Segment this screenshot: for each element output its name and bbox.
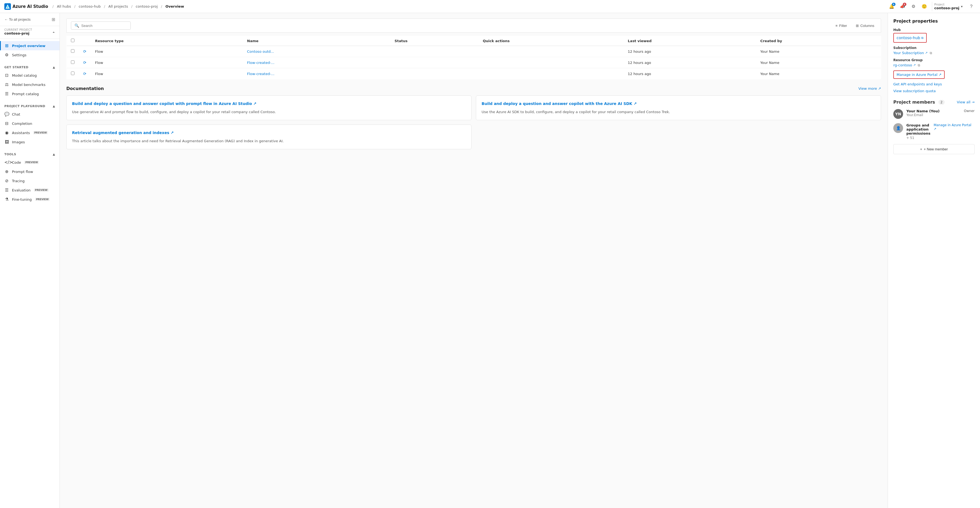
help-button[interactable]: ? xyxy=(967,2,976,11)
sidebar-item-assistants[interactable]: ◉ Assistants PREVIEW xyxy=(0,128,59,137)
doc-section-header: Documentation View more ↗ xyxy=(66,86,881,91)
breadcrumb-all-projects[interactable]: All projects xyxy=(108,4,128,8)
flow-link-icon-3: ⟳ xyxy=(83,72,86,76)
doc-card-1[interactable]: Build and deploy a question and answer c… xyxy=(66,96,471,120)
feedback-button[interactable]: 🙂 xyxy=(920,2,929,11)
row-1-checkbox[interactable] xyxy=(67,46,79,57)
view-more-link[interactable]: View more ↗ xyxy=(858,86,881,91)
doc-card-2[interactable]: Build and deploy a question and answer c… xyxy=(476,96,881,120)
documentation-section: Documentation View more ↗ Build and depl… xyxy=(66,86,881,149)
main-layout: ← To all projects ⊞ Current project cont… xyxy=(0,13,980,508)
flow-link-icon-2: ⟳ xyxy=(83,61,86,65)
back-arrow-icon: ← xyxy=(4,18,8,21)
member-2-manage-link[interactable]: Manage in Azure Portal ↗ xyxy=(934,123,975,131)
hub-link[interactable]: contoso-hub ⧉ xyxy=(897,36,923,40)
member-2-avatar: 👤 xyxy=(893,123,903,133)
row-2-checkbox[interactable] xyxy=(67,57,79,68)
member-2-info: Groups and application permissions + 51 xyxy=(906,123,930,140)
section-header-playground[interactable]: Project playground ▲ xyxy=(0,103,59,110)
member-1-role: Owner xyxy=(964,109,975,113)
hub-copy-icon[interactable]: ⧉ xyxy=(921,36,923,40)
row-3-last-viewed: 12 hours ago xyxy=(624,68,756,80)
resource-group-copy-icon[interactable]: ⧉ xyxy=(918,63,920,67)
project-selector-chevron-icon: ⌃ xyxy=(52,31,55,35)
row-3-type: Flow xyxy=(91,68,243,80)
select-all-checkbox[interactable] xyxy=(71,38,75,42)
view-all-label: View all → xyxy=(957,100,975,104)
section-header-tools[interactable]: Tools ▲ xyxy=(0,151,59,158)
sidebar-item-chat[interactable]: 💬 Chat xyxy=(0,110,59,119)
back-to-projects-button[interactable]: ← To all projects xyxy=(4,16,30,22)
manage-portal-button[interactable]: Manage in Azure Portal ↗ xyxy=(893,70,945,79)
sidebar-item-images[interactable]: 🖼 Images xyxy=(0,137,59,147)
resource-group-link[interactable]: rg-contoso ↗ ⧉ xyxy=(893,63,975,67)
sep-2: / xyxy=(74,4,75,8)
flow-link-icon: ⟳ xyxy=(83,49,86,54)
row-1-icon: ⟳ xyxy=(79,46,91,57)
current-project-value[interactable]: contoso-proj ⌃ xyxy=(4,31,55,35)
th-icon xyxy=(79,36,91,46)
top-navigation: Azure AI Studio / All hubs / contoso-hub… xyxy=(0,0,980,13)
columns-label: Columns xyxy=(861,24,874,28)
row-2-last-viewed: 12 hours ago xyxy=(624,57,756,68)
breadcrumb-all-hubs[interactable]: All hubs xyxy=(57,4,71,8)
sidebar-label-fine-tuning: Fine-tuning xyxy=(12,197,32,201)
search-box[interactable]: 🔍 xyxy=(71,21,131,30)
member-row-2: 👤 Groups and application permissions + 5… xyxy=(893,123,975,140)
sidebar-item-fine-tuning[interactable]: ⚗ Fine-tuning PREVIEW xyxy=(0,195,59,204)
sidebar-item-project-overview[interactable]: ⊞ Project overview xyxy=(0,41,59,50)
sidebar-item-code[interactable]: </> Code PREVIEW xyxy=(0,158,59,167)
sidebar-item-evaluation[interactable]: ☰ Evaluation PREVIEW xyxy=(0,185,59,195)
row-3-created-by: Your Name xyxy=(756,68,881,80)
member-2-sub: + 51 xyxy=(906,136,930,140)
th-name: Name xyxy=(243,36,390,46)
table-header: 🔍 ≡ Filter ⊞ Columns xyxy=(66,19,881,33)
subscription-link[interactable]: Your Subscription ↗ ⧉ xyxy=(893,51,975,55)
row-3-checkbox[interactable] xyxy=(67,68,79,80)
doc-card-3[interactable]: Retrieval augmented generation and index… xyxy=(66,125,471,149)
view-all-link[interactable]: View all → xyxy=(957,100,975,104)
row-1-actions xyxy=(479,46,624,57)
sidebar-item-prompt-catalog[interactable]: ☰ Prompt catalog xyxy=(0,89,59,99)
breadcrumb-contoso-hub[interactable]: contoso-hub xyxy=(79,4,101,8)
resource-group-label: Resource Group xyxy=(893,58,975,62)
row-1-name[interactable]: Contoso outd... xyxy=(243,46,390,57)
sidebar-item-tracing[interactable]: ⊘ Tracing xyxy=(0,176,59,185)
code-preview-badge: PREVIEW xyxy=(24,161,39,164)
project-selector-chevron[interactable]: ▾ xyxy=(961,5,963,8)
members-title-area: Project members 2 xyxy=(893,99,945,105)
breadcrumb-contoso-proj[interactable]: contoso-proj xyxy=(135,4,158,8)
subscription-copy-icon[interactable]: ⧉ xyxy=(930,51,932,55)
new-member-icon: + xyxy=(920,147,922,151)
row-1-status xyxy=(390,46,479,57)
row-2-name[interactable]: Flow-created-... xyxy=(243,57,390,68)
member-2-manage: Manage in Azure Portal ↗ xyxy=(934,123,975,131)
sidebar-item-model-catalog[interactable]: ⊡ Model catalog xyxy=(0,71,59,80)
project-info-text: Project contoso-proj xyxy=(934,3,959,10)
alerts-button[interactable]: 📣 8 xyxy=(898,2,907,11)
get-api-link[interactable]: Get API endpoints and keys xyxy=(893,82,975,86)
brand-logo[interactable]: Azure AI Studio xyxy=(4,3,48,10)
sidebar-item-prompt-flow[interactable]: ⊕ Prompt flow xyxy=(0,167,59,176)
content-area: 🔍 ≡ Filter ⊞ Columns xyxy=(60,13,980,508)
filter-button[interactable]: ≡ Filter xyxy=(833,22,849,29)
notifications-button[interactable]: 🔔 6 xyxy=(887,2,896,11)
sidebar-item-completion[interactable]: ⊟ Completion xyxy=(0,119,59,128)
columns-button[interactable]: ⊞ Columns xyxy=(854,22,877,29)
sidebar-item-model-benchmarks[interactable]: ⚖ Model benchmarks xyxy=(0,80,59,89)
sidebar-item-settings[interactable]: ⚙ Settings xyxy=(0,50,59,59)
settings-button[interactable]: ⚙ xyxy=(909,2,918,11)
sidebar-section-tools: Tools ▲ </> Code PREVIEW ⊕ Prompt flow ⊘… xyxy=(0,149,59,206)
section-collapse-icon-2: ▲ xyxy=(53,104,55,108)
search-input[interactable] xyxy=(81,24,127,28)
row-2-icon: ⟳ xyxy=(79,57,91,68)
row-3-actions xyxy=(479,68,624,80)
section-header-get-started[interactable]: Get started ▲ xyxy=(0,64,59,71)
sidebar-label-tracing: Tracing xyxy=(12,179,25,183)
manage-portal-label: Manage in Azure Portal ↗ xyxy=(897,73,942,77)
row-3-name[interactable]: Flow-created-... xyxy=(243,68,390,80)
prompt-flow-icon: ⊕ xyxy=(4,169,9,174)
collapse-sidebar-button[interactable]: ⊞ xyxy=(52,17,55,22)
view-quota-link[interactable]: View subscription quota xyxy=(893,89,975,93)
new-member-button[interactable]: + + New member xyxy=(893,144,975,154)
